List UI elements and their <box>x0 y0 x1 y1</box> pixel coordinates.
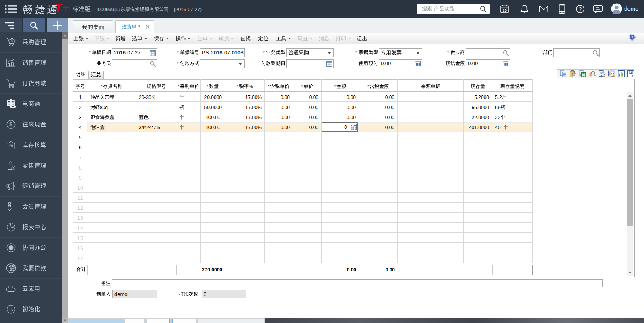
svg-text:$: $ <box>9 122 12 127</box>
svg-text:$: $ <box>13 167 14 170</box>
svg-text:$: $ <box>11 40 13 43</box>
svg-text:?: ? <box>631 35 634 39</box>
svg-text:?: ? <box>579 6 582 12</box>
svg-text:15: 15 <box>502 8 507 12</box>
